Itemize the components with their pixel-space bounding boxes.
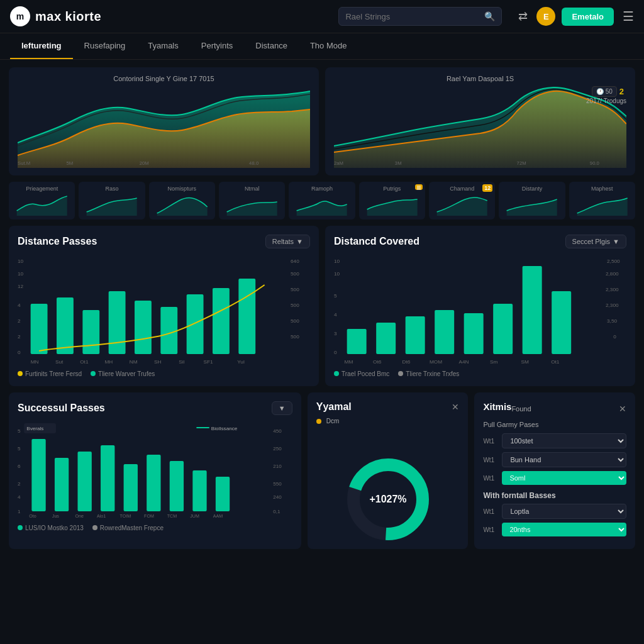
xitmis-option-2-0: Wt1 Loptla: [483, 504, 626, 519]
mini-card-6: Chamand 12: [429, 182, 495, 219]
xitmis-select-1-2[interactable]: Soml: [502, 471, 626, 485]
distance-passes-header: Distance Passes Reltats ▼: [18, 235, 310, 248]
svg-text:5: 5: [18, 446, 21, 452]
distance-covered-legend: Trael Poced Bmc Tliere Trxine Trxfes: [334, 370, 626, 377]
search-input[interactable]: [345, 12, 480, 21]
tab-tho-mode[interactable]: Tho Mode: [299, 33, 358, 59]
svg-text:2: 2: [18, 481, 21, 487]
mini-card-1: Raso: [79, 182, 145, 219]
distance-passes-filter[interactable]: Reltats ▼: [265, 235, 310, 248]
xitmis-header: Xitmis Found ✕: [483, 401, 626, 416]
svg-text:SM: SM: [521, 359, 530, 365]
tab-rusefaping[interactable]: Rusefaping: [73, 33, 137, 59]
header: m max kiorte 🔍 ⇄ E Emetalo ☰: [0, 0, 644, 33]
header-icons: ⇄ E Emetalo ☰: [516, 7, 634, 26]
svg-rect-21: [31, 304, 48, 354]
svg-text:2aM: 2aM: [334, 160, 343, 166]
tab-distance[interactable]: Distance: [244, 33, 299, 59]
distance-covered-card: Distancd Covered Seccet Plgis ▼ 10 10 5 …: [325, 226, 635, 386]
svg-text:TCM: TCM: [167, 514, 177, 518]
avatar: E: [536, 7, 555, 26]
top-chart-right: Rael Yam Daspoal 1S 🕐 50 2 2017/ Trodugs: [325, 67, 635, 175]
svg-text:MOM: MOM: [430, 359, 442, 365]
svg-text:500: 500: [291, 287, 299, 292]
logo-text: max kiorte: [35, 9, 101, 24]
xitmis-subtitle1: Pull Garmy Pases: [483, 421, 626, 428]
svg-text:Sil: Sil: [179, 359, 184, 365]
svg-rect-56: [493, 304, 513, 354]
svg-text:10: 10: [18, 271, 24, 277]
svg-text:250: 250: [273, 446, 282, 452]
svg-rect-84: [55, 458, 69, 511]
svg-rect-23: [82, 310, 99, 354]
svg-text:TOIM: TOIM: [120, 514, 131, 518]
svg-text:Sut.M: Sut.M: [18, 160, 30, 166]
svg-rect-52: [376, 323, 396, 354]
svg-text:MH: MH: [104, 359, 113, 365]
bottom-row: Successul Passes ▼ Bverals BiolIssance 5…: [9, 392, 635, 549]
xitmis-select-2-0[interactable]: Loptla: [502, 504, 626, 519]
logo-area: m max kiorte: [10, 6, 101, 26]
svg-text:500: 500: [291, 334, 299, 340]
svg-text:10: 10: [18, 258, 24, 264]
xitmis-select-1-1[interactable]: Bun Hand: [502, 452, 626, 467]
xitmis-option-1-1: Wt1 Bun Hand: [483, 452, 626, 467]
xitmis-option-1-0: Wt1 100stet: [483, 433, 626, 448]
svg-text:0: 0: [18, 350, 21, 355]
svg-text:4: 4: [334, 312, 337, 318]
svg-rect-22: [57, 297, 74, 354]
successful-passes-chart: Bverals BiolIssance 5 5 6 2 4 1 450 250 …: [18, 420, 292, 521]
svg-text:Dt6: Dt6: [402, 359, 411, 365]
distance-covered-header: Distancd Covered Seccet Plgis ▼: [334, 235, 626, 248]
svg-rect-25: [135, 301, 152, 354]
xitmis-close[interactable]: ✕: [619, 404, 626, 414]
swap-icon-btn[interactable]: ⇄: [516, 7, 530, 26]
successful-passes-header: Successul Passes ▼: [18, 401, 292, 415]
svg-text:48.0: 48.0: [249, 160, 259, 166]
svg-rect-27: [187, 294, 204, 354]
svg-rect-91: [216, 477, 230, 511]
svg-text:Sm: Sm: [490, 359, 498, 365]
successful-passes-filter[interactable]: ▼: [272, 401, 292, 415]
svg-rect-87: [124, 464, 138, 511]
svg-rect-85: [77, 452, 91, 511]
middle-charts-row: Distance Passes Reltats ▼ 10 10 12 4 2 2…: [9, 226, 635, 386]
mini-card-8: Maphest: [569, 182, 635, 219]
svg-text:SH: SH: [154, 359, 162, 365]
xitmis-select-2-1[interactable]: 20nths: [502, 523, 626, 536]
svg-rect-29: [238, 279, 255, 354]
svg-rect-83: [31, 439, 45, 511]
mini-cards-row: Prieagement Raso Nomispturs Ntmal Ramoph…: [9, 182, 635, 219]
tab-tyamals[interactable]: Tyamals: [136, 33, 189, 59]
tab-pertyints[interactable]: Pertyints: [190, 33, 245, 59]
svg-text:4: 4: [18, 494, 21, 500]
svg-text:2,500: 2,500: [607, 258, 620, 264]
mini-card-0: Prieagement: [9, 182, 75, 219]
svg-text:Sut: Sut: [55, 359, 64, 365]
top-chart-left-title: Contorind Single Y Gine 17 7015: [18, 75, 310, 82]
top-chart-right-title: Rael Yam Daspoal 1S: [334, 75, 626, 82]
svg-text:One: One: [75, 514, 84, 518]
svg-text:Alo1: Alo1: [97, 514, 106, 518]
user-button[interactable]: Emetalo: [562, 8, 614, 26]
svg-rect-89: [170, 461, 184, 511]
top-charts-row: Contorind Single Y Gine 17 7015: [9, 67, 635, 175]
svg-rect-51: [347, 329, 367, 354]
tab-leftureting[interactable]: leftureting: [10, 33, 73, 59]
mini-card-7: Distanty: [499, 182, 565, 219]
xitmis-select-1-0[interactable]: 100stet: [502, 433, 626, 448]
svg-text:Ot6: Ot6: [373, 359, 382, 365]
svg-rect-88: [147, 455, 160, 511]
distance-passes-card: Distance Passes Reltats ▼ 10 10 12 4 2 2…: [9, 226, 319, 386]
svg-text:Oto: Oto: [29, 514, 36, 518]
mini-card-3: Ntmal: [219, 182, 285, 219]
yyamal-close[interactable]: ✕: [452, 402, 459, 412]
hamburger-button[interactable]: ☰: [623, 9, 634, 24]
svg-text:MN: MN: [31, 359, 39, 365]
mini-card-4: Ramoph: [289, 182, 355, 219]
search-bar[interactable]: 🔍: [338, 7, 502, 26]
distance-covered-filter[interactable]: Seccet Plgis ▼: [565, 235, 626, 248]
yyamal-donut-wrapper: +1027%: [316, 430, 460, 569]
svg-text:JUM: JUM: [190, 514, 199, 518]
logo-icon: m: [10, 6, 30, 26]
